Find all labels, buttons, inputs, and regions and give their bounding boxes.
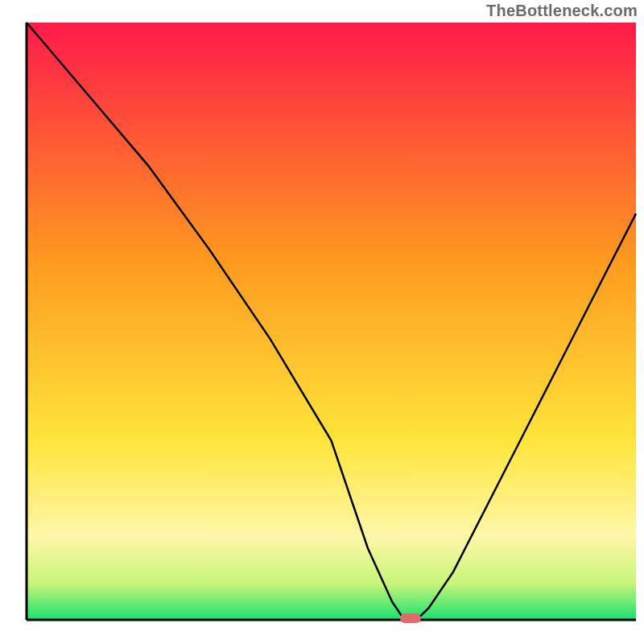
watermark-text: TheBottleneck.com bbox=[486, 2, 638, 20]
minimum-marker bbox=[400, 613, 421, 623]
chart-container: TheBottleneck.com bbox=[0, 0, 644, 644]
plot-background bbox=[27, 23, 636, 620]
bottleneck-chart bbox=[0, 0, 644, 644]
